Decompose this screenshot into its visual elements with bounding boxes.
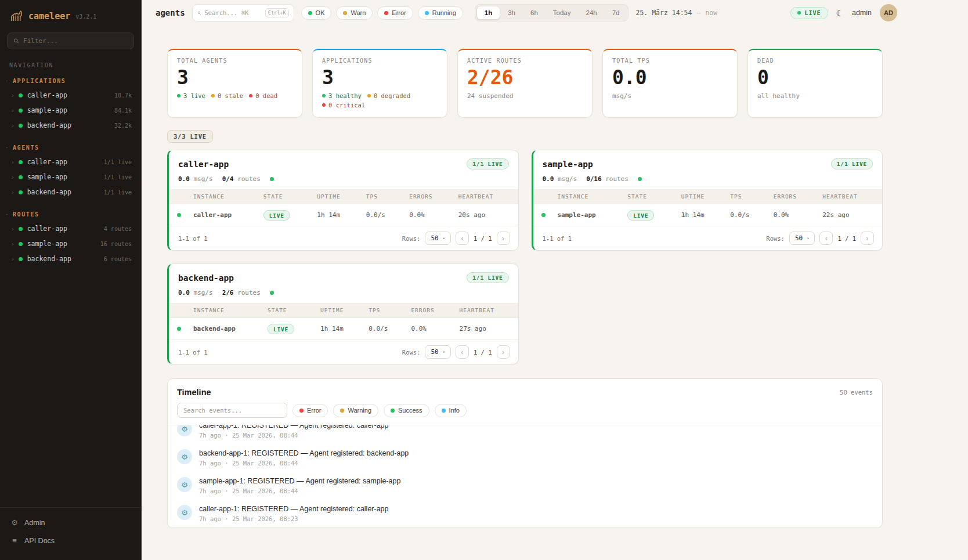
prev-page-button[interactable]: ‹	[819, 232, 833, 245]
dark-mode-toggle[interactable]: ☾	[836, 9, 844, 17]
section-marker-icon: ·	[6, 78, 9, 84]
global-search[interactable]: Ctrl+K	[192, 4, 294, 21]
time-range-today[interactable]: Today	[546, 6, 579, 19]
sidebar-item-agents-sample-app[interactable]: › sample-app 1/1 live	[0, 169, 141, 185]
instance-row[interactable]: sample-app LIVE 1h 14m 0.0/s 0.0% 22s ag…	[533, 204, 883, 226]
section-header-applications[interactable]: · APPLICATIONS	[0, 75, 141, 88]
prev-page-button[interactable]: ‹	[456, 345, 469, 359]
app-card-title[interactable]: backend-app	[178, 273, 234, 283]
chevron-down-icon: ▾	[443, 350, 445, 355]
filter-chip-running[interactable]: Running	[418, 6, 463, 20]
time-range-1h[interactable]: 1h	[476, 6, 500, 20]
sidebar-footer: ⚙ Admin ≡ API Docs	[0, 507, 141, 560]
sidebar-item-applications-backend-app[interactable]: › backend-app 32.2k	[0, 118, 141, 133]
next-page-button[interactable]: ›	[497, 345, 510, 359]
timeline-events-list[interactable]: ⚙ caller-app-1: REGISTERED — Agent regis…	[168, 425, 882, 528]
column-header: STATE	[622, 189, 676, 204]
sidebar-item-label: sample-app	[27, 240, 96, 248]
app-card-title[interactable]: caller-app	[178, 160, 229, 169]
page-indicator: 1 / 1	[474, 349, 492, 356]
section-header-agents[interactable]: · AGENTS	[0, 142, 141, 154]
filter-chip-warn[interactable]: Warn	[336, 6, 373, 20]
stat-value: 2/26	[467, 68, 583, 87]
section-label: AGENTS	[13, 144, 39, 151]
sidebar-item-label: sample-app	[27, 173, 99, 181]
sidebar-item-routes-backend-app[interactable]: › backend-app 6 routes	[0, 251, 141, 266]
sidebar-filter[interactable]	[7, 32, 134, 49]
column-header: HEARTBEAT	[453, 189, 518, 204]
filter-chip-label: OK	[316, 9, 325, 16]
sidebar-item-agents-caller-app[interactable]: › caller-app 1/1 live	[0, 154, 141, 169]
timeline-search-input[interactable]	[177, 403, 287, 418]
next-page-button[interactable]: ›	[861, 232, 874, 245]
time-range-24h[interactable]: 24h	[579, 6, 605, 19]
range-start: 25. März 14:54	[635, 9, 692, 17]
filter-chip-ok[interactable]: OK	[301, 6, 332, 20]
rows-range-text: 1-1 of 1	[178, 235, 208, 242]
rows-per-page-select[interactable]: 50 ▾	[789, 232, 815, 245]
timeline-filter-warning[interactable]: Warning	[333, 404, 378, 417]
time-range-7d[interactable]: 7d	[605, 6, 627, 19]
sidebar-item-label: backend-app	[27, 188, 99, 196]
timeline-filter-error[interactable]: Error	[292, 404, 328, 417]
column-header: HEARTBEAT	[454, 303, 518, 318]
stat-card-dead: DEAD 0 all healthy	[747, 49, 883, 118]
keyboard-shortcut-badge: Ctrl+K	[265, 8, 289, 17]
errors-cell: 0.0%	[768, 204, 817, 226]
sidebar-section-routes: · ROUTES › caller-app 4 routes › sample-…	[0, 209, 141, 266]
next-page-button[interactable]: ›	[497, 232, 510, 245]
app-card-title[interactable]: sample-app	[543, 160, 593, 169]
tps-unit: msg/s	[558, 175, 577, 183]
sidebar-item-routes-caller-app[interactable]: › caller-app 4 routes	[0, 221, 141, 236]
rows-per-page-value: 50	[795, 234, 803, 242]
sidebar-filter-input[interactable]	[23, 37, 128, 45]
time-range-3h[interactable]: 3h	[500, 6, 523, 19]
time-range-6h[interactable]: 6h	[523, 6, 546, 19]
sidebar-item-badge: 4 routes	[104, 226, 132, 232]
rows-per-page-select[interactable]: 50 ▾	[425, 232, 450, 245]
pager: Rows: 50 ▾ ‹ 1 / 1 ›	[402, 345, 510, 359]
app-card-caller-app: caller-app 1/1 LIVE 0.0 msg/s 0/4 routes…	[167, 150, 519, 251]
instance-name: sample-app	[552, 204, 622, 226]
timeline-event[interactable]: ⚙ backend-app-1: REGISTERED — Agent regi…	[177, 444, 873, 472]
meta-text: 0 degraded	[374, 92, 410, 99]
column-header: TPS	[724, 189, 767, 204]
table-footer: 1-1 of 1 Rows: 50 ▾ ‹ 1 / 1 ›	[169, 226, 518, 250]
tps-unit: msg/s	[194, 175, 213, 183]
sidebar-item-applications-sample-app[interactable]: › sample-app 84.1k	[0, 103, 141, 118]
timeline-title: Timeline	[177, 388, 211, 397]
instance-row[interactable]: backend-app LIVE 1h 14m 0.0/s 0.0% 27s a…	[169, 318, 518, 340]
state-badge: LIVE	[263, 210, 290, 221]
avatar[interactable]: AD	[880, 4, 897, 21]
chevron-down-icon: ▾	[443, 236, 445, 241]
rows-per-page-select[interactable]: 50 ▾	[425, 345, 450, 359]
sidebar-item-admin[interactable]: ⚙ Admin	[0, 514, 141, 532]
sidebar-item-api-docs[interactable]: ≡ API Docs	[0, 532, 141, 550]
routes-unit: routes	[605, 175, 629, 183]
status-dot	[19, 227, 23, 231]
timeline-filter-success[interactable]: Success	[384, 404, 429, 417]
timeline-event[interactable]: ⚙ caller-app-1: REGISTERED — Agent regis…	[177, 500, 873, 528]
section-header-routes[interactable]: · ROUTES	[0, 209, 141, 221]
column-header: INSTANCE	[187, 303, 262, 318]
status-dot	[19, 190, 23, 194]
sidebar-item-routes-sample-app[interactable]: › sample-app 16 routes	[0, 236, 141, 251]
errors-cell: 0.0%	[403, 204, 453, 226]
timeline-event[interactable]: ⚙ sample-app-1: REGISTERED — Agent regis…	[177, 472, 873, 500]
main-area: agents Ctrl+K OK Warn Error Running	[142, 0, 968, 560]
sidebar-item-applications-caller-app[interactable]: › caller-app 10.7k	[0, 88, 141, 103]
column-header: TPS	[360, 189, 403, 204]
app-card-stats: 0.0 msg/s 0/16 routes	[533, 173, 883, 189]
stat-label: TOTAL TPS	[612, 57, 728, 64]
timeline-event[interactable]: ⚙ caller-app-1: REGISTERED — Agent regis…	[177, 425, 873, 444]
time-range-selector: 1h 3h 6h Today 24h 7d	[475, 4, 629, 21]
instance-row[interactable]: caller-app LIVE 1h 14m 0.0/s 0.0% 20s ag…	[169, 204, 518, 226]
filter-chip-error[interactable]: Error	[377, 6, 413, 20]
status-dot	[19, 175, 23, 179]
timeline-filter-info[interactable]: Info	[435, 404, 467, 417]
sidebar-item-label: caller-app	[27, 91, 110, 99]
sidebar-item-agents-backend-app[interactable]: › backend-app 1/1 live	[0, 185, 141, 200]
rows-per-page-label: Rows:	[402, 235, 421, 242]
global-search-input[interactable]	[204, 9, 261, 16]
prev-page-button[interactable]: ‹	[456, 232, 469, 245]
